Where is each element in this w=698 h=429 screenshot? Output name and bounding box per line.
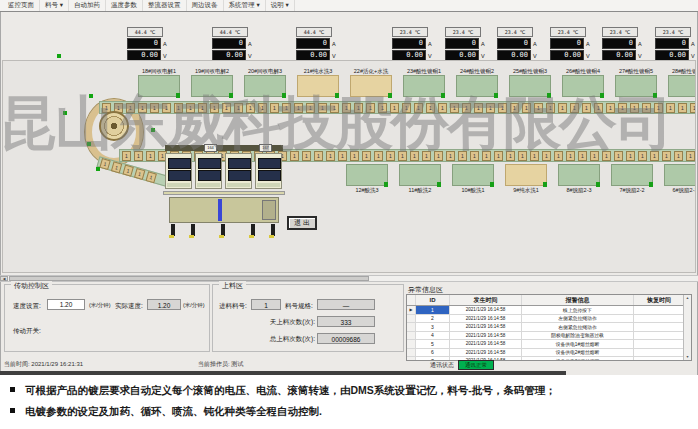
menu-item[interactable]: 监控页面 bbox=[3, 0, 40, 11]
carrier-cell: 1 bbox=[654, 103, 663, 113]
carrier-cell: 1 bbox=[146, 171, 157, 183]
carrier-cell: 1 bbox=[290, 151, 299, 161]
alarm-row[interactable]: 22021/1/29 16:14:58左侧紧急拉绳动作 bbox=[407, 315, 691, 324]
menu-item[interactable]: 自动加药 bbox=[69, 0, 106, 11]
status-light-icon bbox=[57, 54, 61, 58]
tank-label: 10#酸洗1 bbox=[452, 186, 494, 194]
alarm-row[interactable]: 42021/1/29 16:14:58阴极电解除油变频器过载 bbox=[407, 332, 691, 341]
amp-display: 0 bbox=[392, 38, 426, 49]
carrier-cell: 1 bbox=[590, 151, 599, 161]
menu-item[interactable]: 整流器设置 bbox=[143, 0, 187, 11]
carrier-cell: 1 bbox=[390, 103, 399, 113]
tank-status-icon bbox=[388, 93, 392, 98]
carrier-cell: 1 bbox=[398, 151, 407, 161]
drive-panel-title: 传动控制区 bbox=[11, 281, 52, 291]
alarm-row[interactable]: 32021/1/29 16:14:58右侧紧急拉绳动作 bbox=[407, 323, 691, 332]
tank-body bbox=[403, 75, 445, 97]
carrier-cell: 1 bbox=[498, 103, 507, 113]
alarm-row[interactable]: 52021/1/29 16:14:58设备供电1#熔丝熔断 bbox=[407, 340, 691, 349]
carrier-cell: 1 bbox=[111, 161, 122, 173]
menu-item[interactable]: 周边设备 bbox=[187, 0, 224, 11]
menu-item[interactable]: 温度参数 bbox=[106, 0, 143, 11]
unit-label: V bbox=[481, 53, 485, 59]
amp-display: 0 bbox=[127, 38, 161, 49]
meter-group: 23.4 ℃0A0.00V bbox=[495, 27, 539, 61]
carrier-cell: 1 bbox=[174, 103, 183, 113]
tank-label: 27#酸性镀铜5 bbox=[615, 67, 657, 75]
carrier-cell: 1 bbox=[306, 103, 315, 113]
scroll-down-icon[interactable]: ▼ bbox=[686, 355, 689, 359]
carrier-cell: 1 bbox=[302, 151, 311, 161]
tank-body bbox=[297, 75, 339, 97]
carrier-cell: 1 bbox=[446, 151, 455, 161]
tank-status-icon bbox=[600, 93, 604, 98]
tank-body bbox=[558, 164, 600, 186]
carrier-cell: 1 bbox=[434, 151, 443, 161]
carrier-cell: 1 bbox=[146, 151, 155, 161]
menu-item[interactable]: 料号 ▾ bbox=[40, 0, 69, 11]
actual-speed-unit-label: (米/分钟) bbox=[183, 302, 205, 309]
tank-label: 6#脱脂2-1 bbox=[664, 186, 696, 194]
carrier-cell: 1 bbox=[606, 103, 615, 113]
temp-display: 44.4 ℃ bbox=[127, 27, 163, 37]
carrier-cell: 1 bbox=[354, 103, 363, 113]
status-operator-label: 当前操作员: bbox=[198, 361, 230, 367]
carrier-cell: 1 bbox=[458, 151, 467, 161]
carrier-cell: 1 bbox=[450, 103, 459, 113]
menu-item[interactable]: 说明 ▾ bbox=[266, 0, 295, 11]
alarm-row[interactable]: 62021/1/29 16:14:58设备供电2#熔丝熔断 bbox=[407, 349, 691, 358]
bullet-icon bbox=[10, 408, 15, 413]
machine-base bbox=[163, 191, 285, 195]
carrier-cell: 1 bbox=[506, 151, 515, 161]
spec-label: 料号规格: bbox=[285, 302, 313, 311]
tank: 9#纯水洗1 bbox=[505, 164, 547, 194]
carrier-cell: 1 bbox=[378, 103, 387, 113]
status-light-icon bbox=[87, 142, 91, 146]
tank-label: 25#酸性镀铜3 bbox=[509, 67, 551, 75]
scrollbar-thumb[interactable] bbox=[9, 276, 369, 281]
tank-status-icon bbox=[649, 182, 653, 187]
unit-label: A bbox=[248, 41, 252, 47]
exit-button[interactable]: 退 出 bbox=[287, 216, 317, 230]
spec-value: — bbox=[317, 299, 375, 310]
speed-set-input[interactable] bbox=[47, 299, 85, 310]
carrier-cell: 1 bbox=[674, 151, 683, 161]
loading-machine: 164167 bbox=[163, 141, 285, 238]
carrier-cell: 1 bbox=[246, 103, 255, 113]
scroll-up-icon[interactable]: ▲ bbox=[686, 296, 689, 300]
tank-status-icon bbox=[494, 93, 498, 98]
carrier-cell: 1 bbox=[582, 103, 591, 113]
carrier-cell: 1 bbox=[482, 151, 491, 161]
tank-label: 28#酸性镀铜6 bbox=[668, 67, 696, 75]
carrier-cell: 1 bbox=[350, 151, 359, 161]
carrier-cell: 1 bbox=[342, 103, 351, 113]
alarm-row[interactable]: ▶12021/1/29 16:14:58线上急停按下 bbox=[407, 306, 691, 315]
temp-display: 23.4 ℃ bbox=[445, 27, 481, 37]
alarm-table-body: ▶12021/1/29 16:14:58线上急停按下22021/1/29 16:… bbox=[407, 306, 691, 361]
alarm-scrollbar[interactable]: ▲ ▼ bbox=[683, 295, 691, 360]
machine-counter-tag: 164 bbox=[204, 144, 217, 152]
tank: 23#酸性镀铜1 bbox=[403, 67, 445, 97]
carrier-cell: 1 bbox=[630, 103, 639, 113]
meter-group: 23.4 ℃0A0.00V bbox=[390, 27, 434, 61]
loading-panel: 上料区 进料料号: 1 料号规格: — 天上料次数(次): 333 总上料次数(… bbox=[212, 284, 404, 352]
feed-no-value: 1 bbox=[251, 299, 281, 310]
machine-foot-light bbox=[249, 235, 254, 238]
alarm-table[interactable]: ID发生时间报警信息恢复时间 ▶12021/1/29 16:14:58线上急停按… bbox=[406, 294, 692, 361]
menu-item[interactable]: 系统管理 ▾ bbox=[224, 0, 266, 11]
tank-status-icon bbox=[335, 93, 339, 98]
unit-label: A bbox=[481, 41, 485, 47]
note-line: 电镀参数的设定及加药、循环、喷流、钝化种类等全程自动控制. bbox=[0, 404, 698, 418]
machine-side-panel bbox=[262, 200, 276, 220]
amp-display: 0 bbox=[550, 38, 584, 49]
actual-speed-value: 1.20 bbox=[147, 299, 181, 310]
carrier-cell: 1 bbox=[270, 103, 279, 113]
day-count-value: 333 bbox=[317, 316, 375, 327]
bullet-icon bbox=[10, 387, 15, 392]
drive-switch-label: 传动开关: bbox=[13, 327, 41, 336]
scroll-left-icon[interactable]: ◀ bbox=[0, 276, 8, 281]
unit-label: A bbox=[428, 41, 432, 47]
carrier-cell: 1 bbox=[486, 103, 495, 113]
tank: 21#纯水洗3 bbox=[297, 67, 339, 97]
horizontal-scrollbar[interactable]: ◀ bbox=[0, 275, 698, 282]
